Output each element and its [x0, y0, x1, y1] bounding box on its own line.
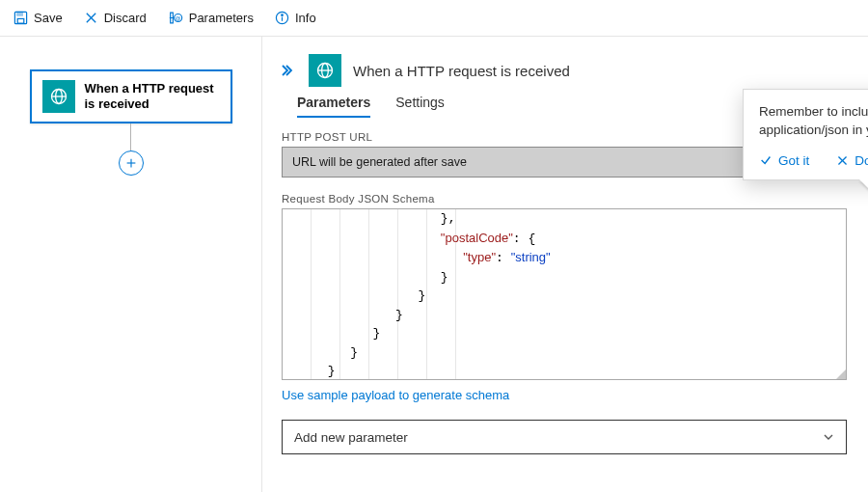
tab-settings[interactable]: Settings [395, 95, 445, 118]
http-trigger-icon [309, 54, 341, 87]
top-toolbar: Save Discard @ Parameters Info [0, 0, 868, 37]
parameters-label: Parameters [189, 11, 254, 25]
check-icon [759, 153, 773, 167]
add-step-button[interactable] [119, 150, 144, 176]
flow-connector [130, 123, 131, 150]
use-sample-payload-link[interactable]: Use sample payload to generate schema [282, 388, 847, 402]
detail-header: When a HTTP request is received [282, 54, 847, 87]
tab-parameters[interactable]: Parameters [297, 95, 370, 118]
trigger-card[interactable]: When a HTTP request is received [30, 69, 232, 123]
schema-editor[interactable]: }, "postalCode": { "type": "string" } } … [282, 208, 847, 380]
detail-pane: When a HTTP request is received Paramete… [262, 37, 868, 492]
save-icon [14, 11, 28, 25]
close-icon [836, 154, 849, 167]
add-new-parameter-dropdown[interactable]: Add new parameter [282, 420, 847, 454]
designer-canvas: When a HTTP request is received [0, 37, 262, 492]
callout-do-not-show-button[interactable]: Do not show again [836, 153, 868, 168]
schema-label: Request Body JSON Schema [282, 193, 847, 205]
parameters-icon: @ [168, 11, 183, 25]
callout-message: Remember to include a Content-Type heade… [759, 103, 868, 140]
info-button[interactable]: Info [275, 11, 316, 25]
svg-text:@: @ [175, 15, 180, 21]
close-icon [84, 11, 98, 25]
parameters-button[interactable]: @ Parameters [168, 11, 254, 25]
svg-rect-1 [17, 12, 23, 15]
info-icon [275, 11, 289, 25]
discard-button[interactable]: Discard [84, 11, 147, 25]
discard-label: Discard [104, 11, 147, 25]
http-trigger-icon [42, 80, 75, 113]
detail-title: When a HTTP request is received [353, 63, 570, 79]
svg-rect-2 [17, 18, 24, 23]
http-post-url-field: URL will be generated after save [282, 147, 823, 178]
info-callout: Remember to include a Content-Type heade… [743, 89, 868, 180]
add-new-parameter-label: Add new parameter [294, 430, 408, 445]
collapse-icon[interactable] [282, 64, 297, 77]
chevron-down-icon [823, 431, 834, 443]
callout-got-it-button[interactable]: Got it [759, 153, 809, 168]
svg-point-8 [282, 14, 284, 16]
info-label: Info [295, 11, 316, 25]
save-label: Save [34, 11, 63, 25]
save-button[interactable]: Save [14, 11, 63, 25]
trigger-card-label: When a HTTP request is received [85, 81, 220, 113]
